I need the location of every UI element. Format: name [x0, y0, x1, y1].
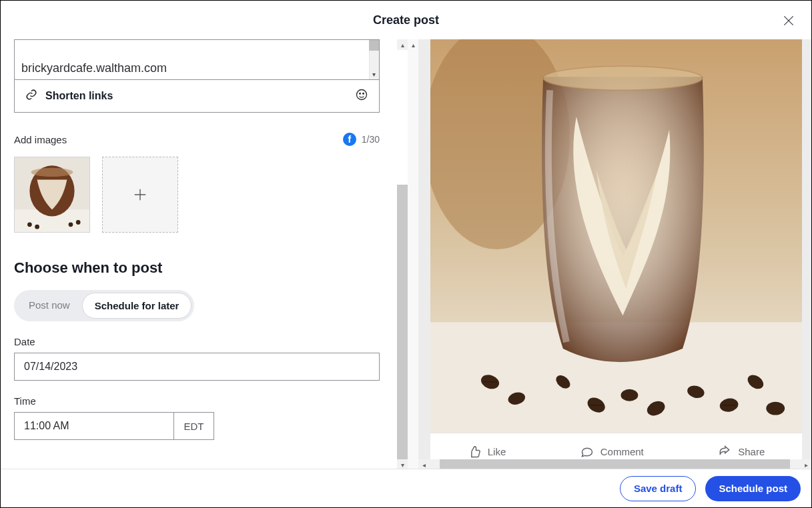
svg-point-0 — [357, 90, 367, 100]
svg-point-8 — [35, 225, 39, 229]
thumbs-up-icon — [468, 445, 481, 459]
svg-point-24 — [766, 402, 785, 415]
share-button[interactable]: Share — [718, 445, 765, 459]
add-images-header: Add images f 1/30 — [14, 133, 380, 146]
shorten-links-bar: Shorten links — [14, 79, 380, 113]
chevron-down-icon[interactable]: ▾ — [369, 69, 379, 79]
schedule-later-option[interactable]: Schedule for later — [82, 293, 192, 319]
post-now-option[interactable]: Post now — [17, 293, 82, 319]
image-count-indicator: f 1/30 — [343, 133, 380, 146]
preview-vertical-scrollbar[interactable]: ▴ — [408, 39, 418, 470]
share-icon — [718, 445, 731, 459]
post-link-text: brickyardcafe.waltham.com — [21, 61, 167, 75]
textarea-scrollbar[interactable]: ▾ — [369, 40, 379, 79]
coffee-preview-art — [430, 39, 802, 433]
link-icon — [25, 89, 37, 103]
close-icon — [782, 14, 795, 27]
scroll-up-arrow[interactable]: ▴ — [397, 39, 408, 50]
facebook-icon: f — [343, 133, 356, 146]
comment-icon — [580, 445, 594, 459]
emoji-picker-button[interactable] — [355, 88, 368, 104]
preview-image — [430, 39, 802, 433]
comment-button[interactable]: Comment — [580, 445, 644, 459]
svg-point-10 — [76, 220, 81, 225]
compose-panel: brickyardcafe.waltham.com ▾ Shorten link… — [1, 39, 408, 470]
svg-point-6 — [31, 168, 73, 177]
svg-point-2 — [363, 93, 364, 95]
plus-icon — [133, 187, 147, 202]
date-input[interactable] — [14, 353, 380, 381]
save-draft-button[interactable]: Save draft — [620, 476, 697, 501]
schedule-toggle: Post now Schedule for later — [14, 290, 194, 321]
left-panel-scrollbar[interactable]: ▴ ▾ — [397, 39, 408, 470]
add-images-label: Add images — [14, 134, 67, 145]
preview-panel: ▴ — [408, 39, 811, 470]
post-preview-card: Like Comment Share — [430, 39, 802, 470]
date-label: Date — [14, 336, 394, 347]
image-counter: 1/30 — [362, 134, 380, 145]
modal-header: Create post — [1, 1, 811, 39]
close-button[interactable] — [781, 13, 797, 29]
scheduling-heading: Choose when to post — [14, 259, 394, 277]
image-thumbnail-1[interactable] — [14, 157, 90, 233]
svg-point-19 — [621, 389, 638, 401]
timezone-indicator: EDT — [174, 412, 214, 440]
svg-point-7 — [27, 222, 32, 227]
shorten-links-button[interactable]: Shorten links — [25, 89, 113, 103]
add-image-button[interactable] — [102, 157, 178, 233]
coffee-thumbnail-art — [15, 157, 89, 232]
time-label: Time — [14, 395, 394, 407]
modal-title: Create post — [373, 13, 439, 27]
post-text-area[interactable]: brickyardcafe.waltham.com ▾ — [14, 39, 380, 79]
svg-point-1 — [360, 93, 361, 95]
shorten-links-label: Shorten links — [45, 90, 113, 102]
like-button[interactable]: Like — [468, 445, 506, 459]
schedule-post-button[interactable]: Schedule post — [705, 476, 801, 501]
modal-footer: Save draft Schedule post — [1, 469, 811, 507]
time-input[interactable] — [14, 412, 174, 440]
svg-point-9 — [69, 222, 73, 227]
smiley-icon — [355, 88, 368, 101]
chevron-up-icon[interactable]: ▴ — [408, 39, 418, 50]
